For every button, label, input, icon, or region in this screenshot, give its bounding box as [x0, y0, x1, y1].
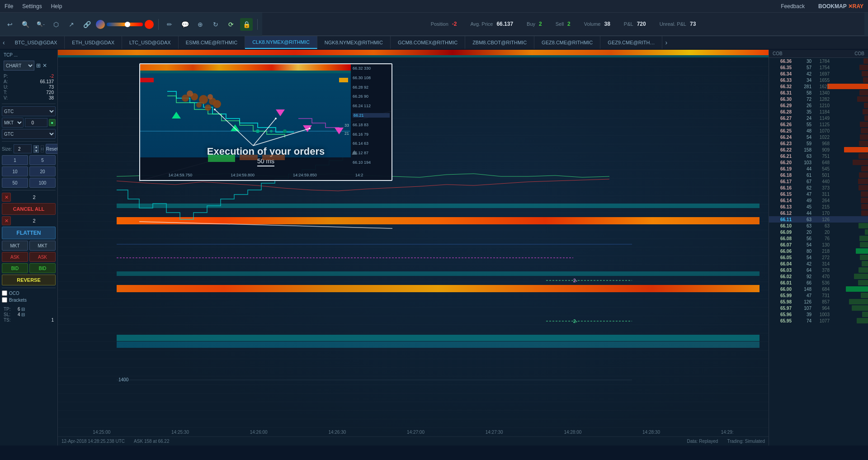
tab-eth[interactable]: ETH_USD@GDAX — [65, 36, 122, 49]
ob-row-35: 66.0166536 — [769, 280, 868, 286]
back-icon[interactable]: ↩ — [4, 18, 16, 31]
ob-price-1: 66.35 — [771, 65, 793, 70]
red-indicator[interactable]: ■ — [49, 119, 56, 126]
chart-area[interactable]: 2- 2- 1400 66.32 330 66.30 108 66.28 92 — [58, 50, 769, 446]
gtc-select-2[interactable]: GTC — [2, 129, 56, 139]
tab-gcm8[interactable]: GCM8.COMEX@RITHMIC — [391, 36, 465, 49]
ob-price-6: 66.30 — [771, 97, 793, 102]
ob-vol-14: 158 — [793, 147, 811, 152]
ob-row-28: 66.085676 — [769, 235, 868, 242]
tp-stepper[interactable]: ⊟ — [21, 307, 25, 312]
cancel-x-btn-2[interactable]: ✕ — [2, 216, 11, 225]
tab-scroll-right[interactable]: › — [662, 36, 670, 49]
level-1400-label: 1400 — [118, 377, 128, 382]
mkt-select[interactable]: MKT — [2, 118, 24, 128]
ob-price-2: 66.34 — [771, 71, 793, 76]
qty-row-3: 50 100 — [2, 178, 56, 188]
zoom-in-icon[interactable]: 🔍 — [19, 18, 32, 31]
ob-cob-32: 314 — [811, 261, 830, 266]
size-input[interactable] — [14, 144, 32, 153]
ob-cob-17: 545 — [811, 166, 830, 171]
gtc-select-1[interactable]: GTC — [2, 106, 56, 116]
ob-vol-7: 26 — [793, 103, 811, 108]
share-icon[interactable]: ⬡ — [50, 18, 62, 31]
copy-icon[interactable]: ⊞ — [36, 62, 41, 69]
ask-btn-1[interactable]: ASK — [2, 252, 28, 262]
flatten-btn[interactable]: FLATTEN — [2, 227, 56, 239]
tab-esm8[interactable]: ESM8.CME@RITHMIC — [179, 36, 245, 49]
ob-vol-16: 103 — [793, 160, 811, 165]
qty-10-btn[interactable]: 10 — [2, 166, 28, 176]
ob-vol-18: 61 — [793, 173, 811, 178]
crosshair-icon[interactable]: ⊕ — [194, 18, 207, 31]
close-chart-icon[interactable]: ✕ — [42, 62, 47, 69]
pencil-icon[interactable]: ✏ — [163, 18, 176, 31]
ob-price-34: 66.02 — [771, 274, 793, 279]
feedback-btn[interactable]: Feedback — [781, 3, 805, 9]
ob-row-39: 65.97107964 — [769, 305, 868, 311]
oco-checkbox[interactable] — [2, 290, 7, 296]
tab-ngk8[interactable]: NGK8.NYMEX@RITHMIC — [317, 36, 391, 49]
ob-price-32: 66.04 — [771, 261, 793, 266]
tab-ltc[interactable]: LTC_USD@GDAX — [122, 36, 179, 49]
menu-settings[interactable]: Settings — [22, 3, 42, 9]
ob-vol-33: 64 — [793, 268, 811, 273]
size-stepper[interactable]: ▲ ▼ — [33, 145, 39, 153]
qty-1-btn[interactable]: 1 — [2, 155, 28, 165]
bid-btn-1[interactable]: BID — [2, 263, 28, 273]
tab-gez9[interactable]: GEZ9.CME@RITH… — [600, 36, 662, 49]
menu-help[interactable]: Help — [51, 3, 62, 9]
brackets-checkbox[interactable] — [2, 297, 7, 303]
ob-price-26: 66.10 — [771, 223, 793, 228]
tab-scroll-left[interactable]: ‹ — [0, 36, 8, 49]
reset-btn[interactable]: Reset — [46, 144, 58, 154]
qty-row-1: 1 5 — [2, 155, 56, 165]
qty-20-btn[interactable]: 20 — [29, 166, 56, 176]
size-checkbox[interactable]: □ — [41, 145, 44, 152]
ob-row-9: 66.27241149 — [769, 115, 868, 121]
tab-btc[interactable]: BTC_USD@GDAX — [8, 36, 65, 49]
color-slider[interactable] — [96, 20, 154, 29]
mkt-qty-input[interactable] — [25, 118, 47, 127]
ob-vol-35: 66 — [793, 280, 811, 285]
comment-icon[interactable]: 💬 — [179, 18, 191, 31]
oco-row: OCO — [2, 290, 56, 296]
mkt-btn-2[interactable]: MKT — [29, 241, 56, 251]
qty-5-btn[interactable]: 5 — [29, 155, 56, 165]
ob-row-34: 66.0292470 — [769, 273, 868, 280]
cursor-icon[interactable]: ↗ — [65, 18, 78, 31]
ob-cob-40: 1003 — [811, 312, 830, 317]
ob-vol-11: 48 — [793, 128, 811, 133]
mkt-btn-1[interactable]: MKT — [2, 241, 28, 251]
refresh-icon[interactable]: ↻ — [209, 18, 222, 31]
ob-price-38: 65.98 — [771, 299, 793, 304]
cancel-x-btn-1[interactable]: ✕ — [2, 193, 11, 202]
sl-stepper[interactable]: ⊟ — [21, 312, 25, 317]
reverse-btn[interactable]: REVERSE — [2, 275, 56, 285]
link-icon[interactable]: 🔗 — [80, 18, 93, 31]
volume-value: 38 — [604, 21, 610, 27]
ob-price-0: 66.36 — [771, 59, 793, 64]
sync-icon[interactable]: ⟳ — [225, 18, 237, 31]
ask-btn-2[interactable]: ASK — [29, 252, 56, 262]
chart-type-select[interactable]: CHART — [4, 61, 34, 71]
tab-clk8[interactable]: CLK8.NYMEX@RITHMIC — [245, 36, 317, 49]
ob-vol-41: 74 — [793, 318, 811, 323]
tab-gez8[interactable]: GEZ8.CME@RITHMIC — [534, 36, 600, 49]
ob-vol-2: 42 — [793, 71, 811, 76]
ob-cob-39: 964 — [811, 306, 830, 311]
menu-file[interactable]: File — [5, 3, 13, 9]
cancel-all-btn[interactable]: CANCEL ALL — [2, 203, 56, 215]
bid-btn-2[interactable]: BID — [29, 263, 56, 273]
qty-100-btn[interactable]: 100 — [29, 178, 56, 188]
ob-cob-36: 684 — [811, 287, 830, 292]
ob-price-24: 66.12 — [771, 211, 793, 216]
ob-price-8: 66.28 — [771, 109, 793, 114]
zoom-out-icon[interactable]: 🔍- — [34, 18, 47, 31]
ob-price-37: 65.99 — [771, 293, 793, 298]
lock-icon[interactable]: 🔒 — [240, 18, 253, 31]
ob-row-8: 66.28351184 — [769, 109, 868, 115]
orderbook-header: COB COB — [769, 50, 868, 58]
qty-50-btn[interactable]: 50 — [2, 178, 28, 188]
tab-zbm8[interactable]: ZBM8.CBOT@RITHMIC — [465, 36, 534, 49]
